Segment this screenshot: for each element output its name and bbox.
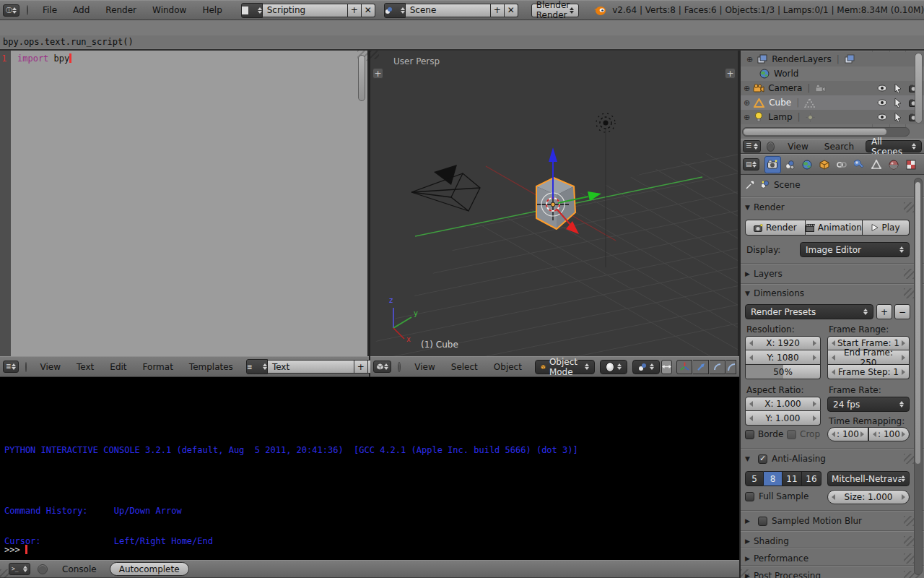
visibility-eye-icon[interactable] bbox=[877, 99, 887, 106]
menu-file[interactable]: File bbox=[35, 5, 64, 15]
menu-view[interactable]: View bbox=[33, 362, 68, 372]
motion-blur-checkbox[interactable] bbox=[758, 517, 767, 526]
last-operator-report[interactable]: bpy.ops.text.run_script() bbox=[0, 35, 924, 48]
collapse-menus-icon[interactable] bbox=[27, 5, 28, 15]
render-button[interactable]: Render bbox=[745, 220, 806, 236]
aa-filter-select[interactable]: Mitchell-Netraval bbox=[827, 471, 910, 486]
outliner-item-label[interactable]: Camera bbox=[768, 83, 802, 93]
full-sample-checkbox[interactable]: Full Sample bbox=[745, 491, 808, 501]
screen-layout-name[interactable]: Scripting bbox=[263, 4, 348, 17]
editor-type-button-console[interactable]: >_ bbox=[9, 563, 30, 575]
outliner-item-label[interactable]: Cube bbox=[769, 98, 791, 108]
aspect-x-field[interactable]: X: 1.000 bbox=[745, 397, 821, 411]
delete-layout-button[interactable]: ✕ bbox=[362, 4, 375, 17]
renderlayer-data-icon[interactable] bbox=[845, 54, 855, 64]
viewport-3d[interactable]: z y x User Persp (1) Cube + + bbox=[370, 51, 739, 356]
remove-preset-button[interactable]: − bbox=[894, 304, 910, 319]
aspect-y-field[interactable]: Y: 1.000 bbox=[745, 411, 821, 426]
tab-scene[interactable] bbox=[782, 156, 798, 173]
expand-icon[interactable]: ⊕ bbox=[744, 84, 750, 93]
manipulator-translate[interactable] bbox=[693, 360, 709, 374]
region-corner-grip[interactable] bbox=[741, 569, 749, 578]
region-corner-grip[interactable] bbox=[0, 569, 9, 578]
aa-samples-8-selected[interactable]: 8 bbox=[764, 471, 783, 486]
expand-icon[interactable]: ⊕ bbox=[746, 55, 753, 64]
editor-type-button-info[interactable]: ⓘ bbox=[3, 4, 19, 17]
remap-new-field[interactable]: : 100 bbox=[868, 427, 910, 441]
pivot-point-select[interactable] bbox=[632, 360, 660, 374]
add-scene-button[interactable]: + bbox=[491, 4, 505, 17]
scene-name[interactable]: Scene bbox=[406, 4, 491, 17]
menu-view[interactable]: View bbox=[780, 142, 815, 152]
breadcrumb-label[interactable]: Scene bbox=[774, 180, 801, 190]
screen-layout-icon[interactable] bbox=[241, 3, 263, 18]
visibility-eye-icon[interactable] bbox=[877, 113, 887, 121]
expand-icon[interactable]: ⊕ bbox=[744, 113, 750, 122]
manipulator-scale[interactable] bbox=[726, 360, 736, 374]
panel-header-render[interactable]: ▼ Render bbox=[745, 201, 785, 214]
collapse-menus-icon[interactable] bbox=[767, 142, 775, 152]
menu-render[interactable]: Render bbox=[98, 5, 144, 15]
text-editor[interactable]: 1 import bpy bbox=[0, 51, 369, 356]
sidebar-expand-button[interactable]: + bbox=[725, 68, 736, 79]
lamp-data-icon[interactable] bbox=[806, 113, 815, 122]
add-preset-button[interactable]: + bbox=[876, 304, 892, 319]
mesh-data-icon[interactable] bbox=[804, 98, 815, 108]
tab-particles[interactable] bbox=[920, 156, 924, 173]
anti-aliasing-checkbox[interactable] bbox=[758, 454, 767, 464]
delete-scene-button[interactable]: ✕ bbox=[505, 4, 518, 17]
expand-icon[interactable]: ⊕ bbox=[744, 98, 750, 108]
tab-texture[interactable] bbox=[903, 156, 920, 173]
tab-constraints[interactable] bbox=[834, 156, 850, 173]
menu-search[interactable]: Search bbox=[817, 142, 861, 152]
outliner-row-lamp[interactable]: ⊕ Lamp | bbox=[741, 110, 924, 124]
manipulator-rotate[interactable] bbox=[710, 360, 725, 374]
aa-samples-5[interactable]: 5 bbox=[745, 471, 764, 486]
menu-window[interactable]: Window bbox=[145, 5, 193, 15]
editor-type-button-3dview[interactable] bbox=[373, 361, 391, 373]
aa-samples-11[interactable]: 11 bbox=[783, 471, 802, 486]
remap-old-field[interactable]: : 100 bbox=[827, 427, 868, 441]
python-console[interactable]: PYTHON INTERACTIVE CONSOLE 3.2.1 (defaul… bbox=[0, 377, 739, 560]
tab-render[interactable] bbox=[764, 156, 781, 173]
scene-selector-icon[interactable] bbox=[384, 3, 406, 18]
properties-scroll-thumb[interactable] bbox=[915, 181, 921, 465]
new-text-button[interactable]: + bbox=[354, 360, 368, 374]
menu-templates[interactable]: Templates bbox=[182, 362, 240, 372]
menu-help[interactable]: Help bbox=[195, 5, 229, 15]
tab-material[interactable] bbox=[886, 156, 902, 173]
outliner-item-label[interactable]: Lamp bbox=[768, 112, 792, 122]
editor-type-button-outliner[interactable]: ☰ bbox=[743, 140, 761, 152]
region-divider[interactable] bbox=[739, 51, 741, 578]
code-line[interactable]: import bpy bbox=[17, 53, 71, 64]
collapse-menus-icon[interactable] bbox=[25, 362, 27, 372]
panel-header-post-processing[interactable]: ▶ Post Processing bbox=[745, 569, 821, 578]
properties-scroll-track[interactable] bbox=[914, 178, 923, 575]
frame-step-field[interactable]: Frame Step: 1 bbox=[827, 365, 910, 379]
play-rendered-button[interactable]: Play bbox=[863, 220, 910, 236]
tab-object-data[interactable] bbox=[868, 156, 885, 173]
editor-type-button-properties[interactable]: ▤ bbox=[743, 158, 759, 171]
pin-icon[interactable] bbox=[745, 179, 756, 190]
outliner-hscroll-track[interactable] bbox=[742, 127, 910, 137]
viewport-shading-select[interactable] bbox=[600, 360, 627, 374]
menu-add[interactable]: Add bbox=[66, 5, 97, 15]
render-engine-select[interactable]: Blender Render bbox=[531, 4, 580, 17]
frame-rate-select[interactable]: 24 fps bbox=[827, 397, 910, 412]
tab-object[interactable] bbox=[816, 156, 833, 173]
collapse-menus-icon[interactable] bbox=[38, 564, 48, 574]
outliner-vscroll[interactable] bbox=[915, 53, 923, 124]
crop-checkbox[interactable]: Crop bbox=[787, 429, 820, 439]
mode-select[interactable]: Object Mode bbox=[535, 360, 595, 374]
outliner-item-label[interactable]: World bbox=[774, 69, 798, 79]
panel-header-sampled-motion-blur[interactable]: ▶ Sampled Motion Blur bbox=[745, 514, 862, 527]
menu-view[interactable]: View bbox=[407, 362, 442, 372]
outliner-row-cube[interactable]: ⊕ Cube | bbox=[741, 95, 924, 110]
manipulator-translate-axes[interactable] bbox=[676, 360, 692, 374]
collapse-menus-icon[interactable] bbox=[398, 362, 401, 372]
resolution-y-field[interactable]: Y: 1080 bbox=[745, 350, 821, 365]
outliner[interactable]: ⊕ RenderLayers | World ⊕ bbox=[741, 51, 924, 139]
region-corner-grip[interactable] bbox=[370, 51, 379, 59]
end-frame-field[interactable]: End Frame: 250 bbox=[827, 350, 910, 365]
panel-header-dimensions[interactable]: ▼ Dimensions bbox=[745, 287, 804, 300]
